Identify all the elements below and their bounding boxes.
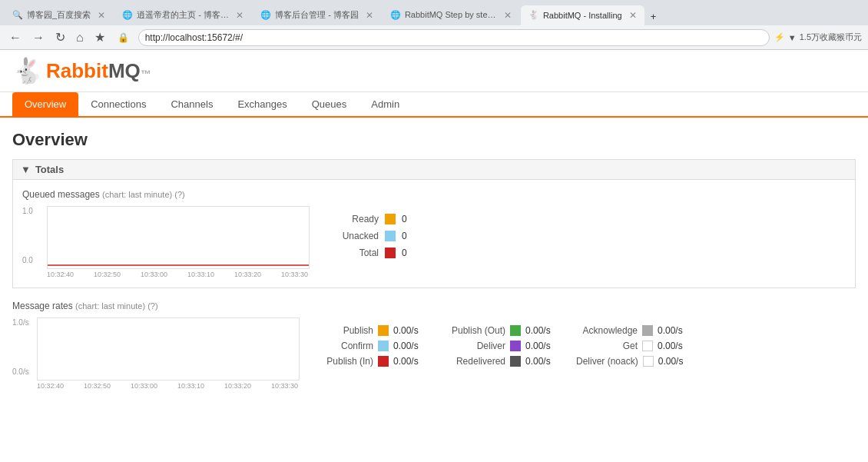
legend-ready-color	[385, 214, 396, 224]
ext-icon-2: ▼	[788, 33, 797, 42]
rate-get-value: 0.00/s	[658, 341, 696, 351]
tab-2-icon: 🌐	[122, 10, 133, 21]
tab-2-label: 逍遥帝君的主页 - 博客园 - 博客□	[137, 9, 229, 21]
refresh-button[interactable]: ↻	[52, 28, 68, 46]
secure-icon: 🔒	[113, 30, 134, 45]
logo-tm: ™	[141, 68, 151, 80]
nav-exchanges[interactable]: Exchanges	[225, 92, 299, 116]
tab-4[interactable]: 🌐 RabbitMQ Step by step(一) 安装 × ✕	[383, 5, 519, 25]
rate-redelivered-value: 0.00/s	[525, 356, 564, 367]
legend-unacked: Unacked 0	[325, 231, 407, 241]
legend-total-value: 0	[402, 248, 407, 258]
tab-5-label: RabbitMQ - Installing	[543, 11, 622, 20]
app: 🐇 RabbitMQ™ Overview Connections Channel…	[0, 50, 868, 414]
rate-deliver: Deliver 0.00/s	[444, 341, 564, 351]
rate-publish-out-value: 0.00/s	[525, 325, 564, 336]
tab-2[interactable]: 🌐 逍遥帝君的主页 - 博客园 - 博客□ ✕	[114, 5, 251, 25]
logo-mq-text: MQ	[108, 59, 141, 82]
rate-confirm: Confirm 0.00/s	[312, 341, 432, 351]
message-rates-title: Message rates (chart: last minute) (?)	[12, 301, 856, 311]
rates-left-col: Publish 0.00/s Confirm 0.00/s Publish (I…	[312, 317, 432, 367]
queued-chart-y-top: 1.0	[22, 206, 33, 217]
queued-chart-svg	[48, 207, 309, 268]
nav-connections[interactable]: Connections	[78, 92, 158, 116]
rate-acknowledge: Acknowledge 0.00/s	[576, 325, 697, 336]
tab-bar: 🔍 博客园_百度搜索 ✕ 🌐 逍遥帝君的主页 - 博客园 - 博客□ ✕ 🌐 博…	[0, 0, 868, 25]
rate-acknowledge-color	[642, 325, 653, 336]
app-header: 🐇 RabbitMQ™	[0, 50, 868, 92]
queued-messages-chart-legend: 1.0 0.0 10:32:40 10:32:50	[22, 206, 846, 278]
address-bar: ← → ↻ ⌂ ★ 🔒 ⚡ ▼ 1.5万收藏猴币元	[0, 25, 868, 49]
tab-3[interactable]: 🌐 博客后台管理 - 博客园 ✕	[253, 5, 381, 25]
tab-1-close[interactable]: ✕	[98, 10, 105, 21]
rate-publish-out-color	[510, 325, 521, 336]
nav-queues[interactable]: Queues	[300, 92, 359, 116]
tab-5-icon: 🐇	[528, 10, 539, 21]
queued-chart-y-bottom: 0.0	[22, 256, 33, 264]
rate-deliver-color	[510, 341, 521, 351]
tab-3-close[interactable]: ✕	[366, 10, 373, 21]
forward-button[interactable]: →	[29, 29, 48, 46]
totals-section: ▼ Totals Queued messages (chart: last mi…	[12, 159, 856, 288]
logo-rabbit-text: Rabbit	[46, 59, 108, 82]
rate-get: Get 0.00/s	[576, 341, 697, 351]
rate-acknowledge-value: 0.00/s	[658, 325, 696, 336]
main-nav: Overview Connections Channels Exchanges …	[0, 92, 868, 118]
tab-2-close[interactable]: ✕	[236, 10, 244, 21]
rate-publish-in-value: 0.00/s	[393, 356, 432, 367]
rate-redelivered-label: Redelivered	[444, 356, 505, 367]
rate-publish-color	[378, 325, 389, 336]
tab-1-icon: 🔍	[12, 10, 23, 21]
nav-admin[interactable]: Admin	[359, 92, 412, 116]
rate-publish-out: Publish (Out) 0.00/s	[444, 325, 564, 336]
legend-unacked-value: 0	[402, 231, 407, 241]
new-tab-button[interactable]: +	[646, 7, 661, 25]
extension-icons: ⚡ ▼ 1.5万收藏猴币元	[774, 32, 862, 43]
totals-section-body: Queued messages (chart: last minute) (?)…	[12, 180, 856, 288]
logo-text: RabbitMQ™	[46, 59, 151, 83]
totals-section-header[interactable]: ▼ Totals	[12, 159, 856, 180]
tab-3-icon: 🌐	[260, 10, 271, 21]
legend-ready-label: Ready	[325, 214, 379, 224]
tab-4-label: RabbitMQ Step by step(一) 安装 ×	[405, 9, 497, 21]
bookmark-button[interactable]: ★	[91, 28, 108, 46]
back-button[interactable]: ←	[6, 29, 25, 46]
tab-1-label: 博客园_百度搜索	[27, 9, 91, 21]
tab-1[interactable]: 🔍 博客园_百度搜索 ✕	[5, 5, 113, 25]
queued-messages-title: Queued messages (chart: last minute) (?)	[22, 189, 846, 200]
legend-unacked-color	[385, 231, 396, 241]
content: Overview ▼ Totals Queued messages (chart…	[0, 118, 868, 414]
home-button[interactable]: ⌂	[73, 29, 87, 46]
queued-chart-x-labels: 10:32:40 10:32:50 10:33:00 10:33:10 10:3…	[47, 271, 308, 278]
tab-4-close[interactable]: ✕	[504, 10, 512, 21]
rate-confirm-color	[378, 341, 389, 351]
rate-publish-in-label: Publish (In)	[312, 356, 373, 367]
browser-chrome: 🔍 博客园_百度搜索 ✕ 🌐 逍遥帝君的主页 - 博客园 - 博客□ ✕ 🌐 博…	[0, 0, 868, 50]
tab-3-label: 博客后台管理 - 博客园	[275, 9, 359, 21]
nav-overview[interactable]: Overview	[12, 92, 78, 116]
logo-rabbit-icon: 🐇	[12, 56, 43, 85]
legend-total-color	[385, 248, 396, 258]
rate-get-label: Get	[576, 341, 638, 351]
rate-deliver-label: Deliver	[444, 341, 505, 351]
rate-deliver-noack: Deliver (noack) 0.00/s	[576, 356, 697, 367]
rates-chart-x-labels: 10:32:40 10:32:50 10:33:00 10:33:10 10:3…	[37, 382, 298, 390]
rate-redelivered: Redelivered 0.00/s	[444, 356, 564, 367]
nav-channels[interactable]: Channels	[158, 92, 225, 116]
tab-4-icon: 🌐	[390, 10, 401, 21]
message-rates-grid: 1.0/s 0.0/s 10:32:40 10:32:50 10:33:00 1…	[12, 317, 856, 390]
rate-confirm-label: Confirm	[312, 341, 373, 351]
legend-ready-value: 0	[402, 214, 407, 224]
queued-messages-chart	[47, 206, 310, 269]
rate-redelivered-color	[510, 356, 521, 367]
logo: 🐇 RabbitMQ™	[12, 56, 151, 85]
tab-5-close[interactable]: ✕	[629, 10, 637, 21]
address-input[interactable]	[138, 29, 770, 46]
rate-deliver-noack-color	[643, 356, 654, 367]
legend-ready: Ready 0	[325, 214, 407, 224]
totals-collapse-icon: ▼	[21, 164, 31, 175]
rate-publish-label: Publish	[312, 325, 373, 336]
tab-5[interactable]: 🐇 RabbitMQ - Installing ✕	[521, 5, 644, 25]
rates-chart-svg	[38, 318, 299, 380]
svg-rect-2	[38, 318, 299, 380]
